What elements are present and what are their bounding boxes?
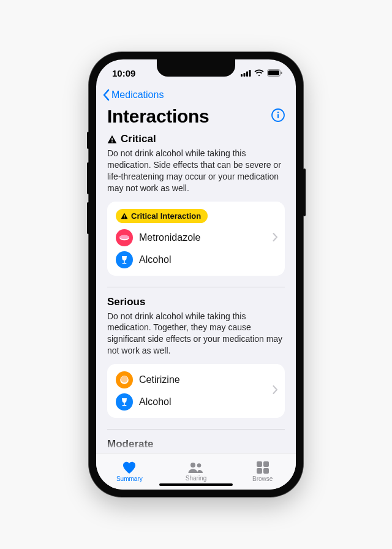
home-indicator[interactable] [159,483,233,486]
status-time: 10:09 [112,68,135,78]
info-button[interactable] [271,108,285,124]
svg-point-15 [119,235,129,238]
drug-name: Metronidazole [139,232,201,243]
side-button [87,162,89,194]
side-button [87,202,89,234]
interaction-card-serious[interactable]: Cetirizine Alcohol [107,364,285,418]
pill-icon [116,371,133,388]
nav-back-button[interactable]: Medications [96,86,296,105]
tab-bar: Summary Sharing Browse [96,453,296,490]
screen: 10:09 Medications Interactions Criti [96,59,296,490]
wine-glass-icon [116,393,133,411]
svg-rect-6 [281,72,282,74]
svg-rect-1 [244,73,246,77]
drug-name: Cetirizine [139,374,180,385]
info-icon [271,108,285,122]
svg-rect-10 [111,138,113,141]
section-heading-label: Critical [121,133,156,145]
notch [157,59,235,77]
svg-rect-27 [263,468,269,474]
tab-browse[interactable]: Browse [229,453,296,490]
tab-label: Sharing [186,475,206,482]
section-desc-critical: Do not drink alcohol while taking this m… [107,148,285,194]
drug-name: Alcohol [139,254,171,265]
section-desc-serious: Do not drink alcohol while taking this m… [107,311,285,357]
svg-rect-16 [124,260,124,263]
wine-glass-icon [116,251,133,268]
svg-rect-2 [246,71,248,77]
svg-rect-12 [124,214,124,217]
warning-icon [107,135,117,144]
chevron-right-icon [273,385,277,396]
heart-icon [122,461,137,474]
svg-rect-5 [268,70,279,75]
drug-row: Alcohol [116,393,276,411]
svg-point-23 [197,463,202,468]
drug-name: Alcohol [139,396,171,407]
cellular-icon [241,70,251,77]
nav-back-label: Medications [111,89,164,100]
pill-icon [116,229,133,246]
drug-row: Cetirizine [116,371,276,388]
chevron-left-icon [102,89,110,101]
section-heading-serious: Serious [107,296,285,308]
critical-pill-label: Critical Interaction [131,211,201,221]
content-scroll[interactable]: Interactions Critical Do not drink alcoh… [96,105,296,453]
svg-point-8 [277,112,279,113]
svg-point-13 [124,217,125,218]
grid-icon [256,461,270,474]
section-heading-critical: Critical [107,133,285,145]
critical-pill: Critical Interaction [116,209,208,223]
divider [107,429,285,430]
tab-summary[interactable]: Summary [96,453,163,490]
drug-row: Metronidazole [116,229,276,246]
svg-rect-3 [249,70,251,77]
chevron-right-icon [273,233,277,244]
side-button [303,168,306,216]
side-button [87,132,89,149]
svg-rect-26 [257,468,262,474]
tab-label: Browse [252,475,273,482]
divider [107,287,285,287]
svg-rect-25 [263,461,269,467]
status-right [241,69,282,77]
svg-point-11 [111,141,113,142]
wifi-icon [254,69,264,77]
phone-frame: 10:09 Medications Interactions Criti [89,52,303,497]
svg-rect-0 [241,74,243,77]
interaction-card-critical[interactable]: Critical Interaction Metronidazole Alcoh… [107,202,285,276]
svg-rect-21 [123,405,127,406]
svg-rect-20 [124,403,124,405]
section-heading-label: Moderate [107,438,154,450]
page-title: Interactions [107,106,209,127]
people-icon [187,461,205,474]
svg-rect-9 [277,114,279,118]
svg-point-22 [190,463,195,468]
battery-icon [267,69,282,77]
tab-label: Summary [116,475,143,482]
svg-rect-24 [257,461,262,467]
svg-point-19 [121,376,127,383]
section-heading-moderate: Moderate [107,438,285,450]
warning-icon [121,213,128,219]
drug-row: Alcohol [116,251,276,268]
svg-rect-17 [123,263,127,263]
section-heading-label: Serious [107,296,145,308]
